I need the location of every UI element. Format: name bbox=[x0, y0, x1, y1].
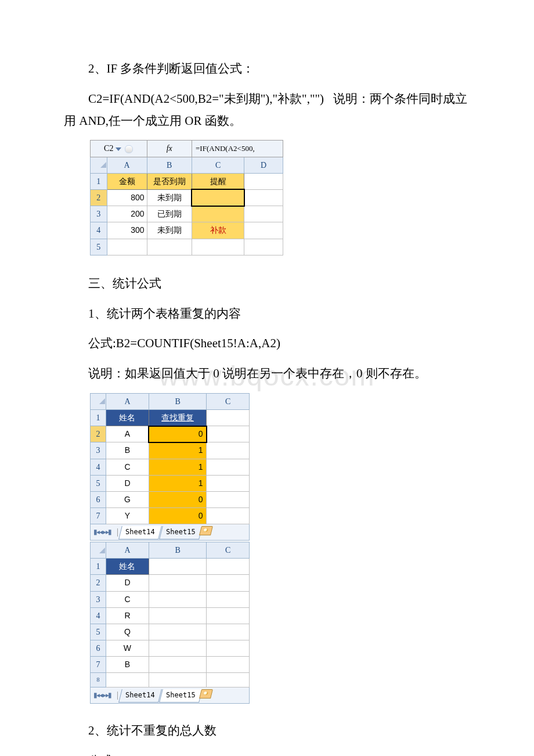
col-header-c[interactable]: C bbox=[192, 157, 244, 173]
row-header[interactable]: 1 bbox=[91, 173, 107, 189]
cell[interactable] bbox=[149, 591, 207, 607]
row-header[interactable]: 1 bbox=[91, 559, 106, 575]
row-header[interactable]: 2 bbox=[91, 426, 106, 442]
cell[interactable]: 200 bbox=[107, 206, 147, 222]
row-header[interactable]: 5 bbox=[91, 624, 106, 640]
cell[interactable]: B bbox=[106, 442, 149, 459]
select-all-corner[interactable] bbox=[91, 157, 107, 173]
cell[interactable] bbox=[207, 475, 250, 491]
row-header[interactable]: 7 bbox=[91, 657, 106, 673]
col-header-a[interactable]: A bbox=[106, 542, 149, 558]
active-cell[interactable] bbox=[192, 189, 244, 206]
row-header[interactable]: 5 bbox=[91, 239, 107, 255]
sheet-nav-buttons[interactable]: ▮◂ ◂ ▸ ▸▮ bbox=[91, 691, 111, 699]
cell[interactable]: 未到期 bbox=[147, 222, 192, 239]
cell[interactable] bbox=[244, 189, 283, 206]
row-header[interactable]: 7 bbox=[91, 508, 106, 524]
namebox-dropdown-icon[interactable] bbox=[116, 147, 121, 151]
insert-sheet-icon[interactable] bbox=[199, 689, 213, 699]
cell[interactable]: 未到期 bbox=[147, 189, 192, 206]
cell[interactable] bbox=[149, 575, 207, 591]
col-header-b[interactable]: B bbox=[149, 542, 207, 558]
header-cell[interactable]: 是否到期 bbox=[147, 173, 192, 189]
cell[interactable] bbox=[207, 673, 250, 687]
cell[interactable]: 补款 bbox=[192, 222, 244, 239]
row-header[interactable]: 1 bbox=[91, 410, 106, 426]
cell[interactable]: 1 bbox=[149, 475, 207, 491]
cell[interactable] bbox=[207, 591, 250, 607]
cell[interactable]: 已到期 bbox=[147, 206, 192, 222]
cell[interactable] bbox=[192, 239, 244, 255]
cell[interactable]: 1 bbox=[149, 442, 207, 459]
cell[interactable] bbox=[207, 442, 250, 459]
cell[interactable]: G bbox=[106, 492, 149, 508]
cell[interactable]: D bbox=[106, 575, 149, 591]
row-header[interactable]: 4 bbox=[91, 459, 106, 475]
row-header[interactable]: 2 bbox=[91, 575, 106, 591]
cell[interactable]: Q bbox=[106, 624, 149, 640]
row-header[interactable]: 6 bbox=[91, 492, 106, 508]
cell[interactable] bbox=[149, 607, 207, 624]
col-header-b[interactable]: B bbox=[147, 157, 192, 173]
cell[interactable] bbox=[107, 239, 147, 255]
name-box[interactable]: C2 bbox=[91, 141, 147, 157]
col-header-a[interactable]: A bbox=[106, 393, 149, 409]
row-header[interactable]: 6 bbox=[91, 640, 106, 657]
col-header-a[interactable]: A bbox=[107, 157, 147, 173]
cell[interactable]: C bbox=[106, 459, 149, 475]
cell[interactable]: D bbox=[106, 475, 149, 491]
cell[interactable] bbox=[192, 206, 244, 222]
header-cell[interactable]: 金额 bbox=[107, 173, 147, 189]
header-cell[interactable]: 姓名 bbox=[106, 559, 149, 575]
cell[interactable] bbox=[244, 239, 283, 255]
row-header[interactable]: 8 bbox=[91, 673, 106, 687]
col-header-d[interactable]: D bbox=[244, 157, 283, 173]
cell[interactable] bbox=[207, 410, 250, 426]
header-cell[interactable]: 查找重复 bbox=[149, 410, 207, 426]
sheet-tab[interactable]: Sheet14 bbox=[118, 689, 161, 703]
cell[interactable]: B bbox=[106, 657, 149, 673]
sheet-tab[interactable]: Sheet15 bbox=[159, 689, 202, 703]
cell[interactable]: R bbox=[106, 607, 149, 624]
sheet-tab[interactable]: Sheet14 bbox=[118, 526, 161, 539]
cell[interactable] bbox=[207, 657, 250, 673]
cell[interactable] bbox=[207, 459, 250, 475]
cell[interactable] bbox=[244, 173, 283, 189]
cell[interactable] bbox=[207, 607, 250, 624]
cell[interactable] bbox=[207, 559, 250, 575]
formula-bar[interactable]: =IF(AND(A2<500, bbox=[192, 141, 283, 157]
col-header-c[interactable]: C bbox=[207, 393, 250, 409]
cell[interactable] bbox=[207, 492, 250, 508]
cell[interactable] bbox=[149, 640, 207, 657]
row-header[interactable]: 3 bbox=[91, 206, 107, 222]
cell[interactable] bbox=[149, 559, 207, 575]
cell[interactable] bbox=[147, 239, 192, 255]
sheet-nav-buttons[interactable]: ▮◂ ◂ ▸ ▸▮ bbox=[91, 528, 111, 536]
row-header[interactable]: 4 bbox=[91, 607, 106, 624]
cell[interactable] bbox=[244, 206, 283, 222]
cell[interactable]: 0 bbox=[149, 508, 207, 524]
cell[interactable]: 800 bbox=[107, 189, 147, 206]
cell[interactable]: 1 bbox=[149, 459, 207, 475]
header-cell[interactable]: 提醒 bbox=[192, 173, 244, 189]
sheet-tab[interactable]: Sheet15 bbox=[159, 526, 202, 539]
insert-sheet-icon[interactable] bbox=[199, 526, 213, 535]
cell[interactable]: A bbox=[106, 426, 149, 442]
cell[interactable] bbox=[106, 673, 149, 687]
row-header[interactable]: 2 bbox=[91, 189, 107, 206]
row-header[interactable]: 4 bbox=[91, 222, 107, 239]
cell[interactable] bbox=[244, 222, 283, 239]
cell[interactable] bbox=[207, 640, 250, 657]
cell[interactable] bbox=[207, 426, 250, 442]
cell[interactable]: W bbox=[106, 640, 149, 657]
cell[interactable] bbox=[207, 624, 250, 640]
col-header-c[interactable]: C bbox=[207, 542, 250, 558]
active-cell[interactable]: 0 bbox=[149, 426, 207, 442]
cell[interactable]: 300 bbox=[107, 222, 147, 239]
cell[interactable] bbox=[149, 657, 207, 673]
select-all-corner[interactable] bbox=[91, 542, 106, 558]
cell[interactable] bbox=[149, 624, 207, 640]
row-header[interactable]: 3 bbox=[91, 591, 106, 607]
cell[interactable]: C bbox=[106, 591, 149, 607]
header-cell[interactable]: 姓名 bbox=[106, 410, 149, 426]
